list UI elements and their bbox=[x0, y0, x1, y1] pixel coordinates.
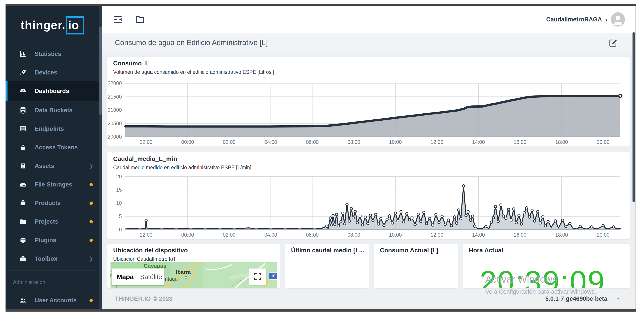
svg-text:22:00: 22:00 bbox=[140, 139, 152, 145]
sidebar-item-label: Assets bbox=[35, 163, 54, 170]
topbar: CaudalimetroRAGA ▾ bbox=[102, 6, 635, 33]
svg-text:5: 5 bbox=[119, 214, 122, 219]
svg-text:20000: 20000 bbox=[108, 134, 122, 140]
map-button-satelite[interactable]: Satélite bbox=[138, 268, 164, 285]
scroll-top-button[interactable]: ↑ bbox=[615, 295, 621, 303]
lock-icon bbox=[19, 144, 27, 151]
edit-pencil-icon bbox=[609, 38, 618, 48]
sidebar-item-user-accounts[interactable]: User Accounts bbox=[6, 291, 99, 309]
widget-title: Caudal_medio_L_min bbox=[113, 155, 177, 162]
widget-consumo-actual: Consumo Actual [L] bbox=[374, 244, 458, 288]
folder-icon bbox=[19, 218, 27, 226]
widget-subtitle: Volumen de agua consumido en el edificio… bbox=[113, 69, 274, 75]
caudal-line-chart[interactable]: 0510152022:0000:0002:0004:0006:0008:0010… bbox=[108, 174, 630, 239]
caret-down-icon: ▾ bbox=[605, 18, 607, 22]
svg-text:12:00: 12:00 bbox=[430, 139, 443, 145]
svg-text:10: 10 bbox=[116, 200, 122, 206]
map-button-mapa[interactable]: Mapa bbox=[112, 268, 138, 285]
consumo-area-chart[interactable]: 200002050021000215002200022:0000:0002:00… bbox=[108, 78, 630, 146]
sidebar-item-label: File Storages bbox=[35, 181, 72, 188]
google-map[interactable]: Cayapas Ibarra ntaqui nd 10 Mapa Satélit… bbox=[110, 262, 277, 288]
footer-copyright: THINGER.IO © 2023 bbox=[115, 296, 172, 302]
sidebar-item-file-storages[interactable]: File Storages bbox=[6, 175, 99, 194]
svg-text:21000: 21000 bbox=[108, 107, 122, 113]
svg-text:06:00: 06:00 bbox=[306, 232, 319, 238]
window-right-edge bbox=[635, 6, 636, 309]
svg-text:22:00: 22:00 bbox=[140, 232, 152, 238]
sidebar-item-statistics[interactable]: Statistics bbox=[6, 45, 99, 63]
svg-text:16:00: 16:00 bbox=[514, 139, 526, 145]
sidebar-toggle-button[interactable] bbox=[113, 14, 124, 25]
sidebar-item-label: Data Buckets bbox=[35, 107, 72, 114]
current-time-value: 20:39:09 bbox=[480, 266, 605, 288]
widget-title: Ubicación del dispositivo bbox=[113, 247, 188, 254]
svg-text:16:00: 16:00 bbox=[514, 232, 526, 238]
sidebar-item-devices[interactable]: Devices bbox=[6, 63, 99, 82]
svg-text:04:00: 04:00 bbox=[264, 139, 277, 145]
avatar[interactable] bbox=[611, 12, 625, 26]
page-title: Consumo de agua en Edificio Administrati… bbox=[102, 38, 268, 47]
dashboard-title-bar: Consumo de agua en Edificio Administrati… bbox=[102, 33, 635, 52]
rocket-icon bbox=[19, 69, 27, 76]
gauge-icon bbox=[19, 87, 27, 95]
users-icon bbox=[19, 296, 27, 304]
svg-text:18:00: 18:00 bbox=[555, 232, 568, 238]
svg-text:02:00: 02:00 bbox=[223, 139, 236, 145]
chevron-right-icon: ❯ bbox=[89, 163, 93, 169]
thinger-logo[interactable]: thinger.io bbox=[6, 16, 99, 34]
box-icon bbox=[19, 199, 27, 207]
svg-text:10:00: 10:00 bbox=[389, 139, 402, 145]
sidebar-item-endpoints[interactable]: Endpoints bbox=[6, 120, 99, 138]
map-road-shield: 10 bbox=[269, 272, 277, 280]
sidebar-scrollbar-thumb[interactable] bbox=[99, 26, 102, 115]
notification-dot bbox=[90, 239, 93, 242]
widget-title: Consumo_L bbox=[113, 60, 149, 67]
sidebar-item-toolbox[interactable]: Toolbox ❯ bbox=[6, 250, 99, 268]
sidebar-item-projects[interactable]: Projects bbox=[6, 212, 99, 231]
svg-text:00:00: 00:00 bbox=[181, 139, 194, 145]
widget-subtitle: Caudal medio medido en edificio administ… bbox=[113, 165, 251, 170]
plugin-icon bbox=[19, 236, 27, 244]
user-menu[interactable]: CaudalimetroRAGA ▾ bbox=[546, 6, 625, 33]
person-icon bbox=[611, 12, 625, 26]
svg-text:18:00: 18:00 bbox=[555, 139, 568, 145]
window-bottom-edge bbox=[6, 309, 636, 312]
edit-dashboard-button[interactable] bbox=[609, 38, 618, 48]
widget-device-location: Ubicación del dispositivo Ubicación Caud… bbox=[107, 244, 280, 288]
map-fullscreen-button[interactable] bbox=[249, 268, 266, 285]
sidebar-item-label: Access Tokens bbox=[35, 144, 78, 151]
sidebar-divider bbox=[6, 270, 99, 270]
map-label-city: Ibarra bbox=[176, 269, 191, 275]
chevron-right-icon: ❯ bbox=[89, 256, 93, 262]
dashboards-folder-button[interactable] bbox=[135, 14, 146, 25]
svg-text:02:00: 02:00 bbox=[223, 232, 236, 238]
sidebar-item-access-tokens[interactable]: Access Tokens bbox=[6, 138, 99, 157]
svg-text:0: 0 bbox=[119, 227, 122, 232]
widget-title: Consumo Actual [L] bbox=[380, 247, 438, 254]
notification-dot bbox=[90, 299, 93, 302]
sidebar-item-data-buckets[interactable]: Data Buckets bbox=[6, 101, 99, 120]
sidebar-item-dashboards[interactable]: Dashboards bbox=[6, 81, 99, 101]
toolbox-icon bbox=[19, 255, 27, 262]
notification-dot bbox=[90, 220, 93, 224]
sidebar-item-label: Projects bbox=[35, 218, 58, 225]
svg-text:06:00: 06:00 bbox=[306, 139, 319, 145]
svg-text:10:00: 10:00 bbox=[389, 232, 402, 238]
map-city-marker bbox=[185, 276, 188, 279]
folder-outline-icon bbox=[135, 14, 146, 24]
widget-title: Último caudal medio [L... bbox=[291, 247, 364, 254]
sidebar-item-plugins[interactable]: Plugins bbox=[6, 231, 99, 250]
svg-text:22000: 22000 bbox=[108, 80, 122, 86]
database-icon bbox=[19, 106, 27, 114]
svg-text:08:00: 08:00 bbox=[348, 139, 360, 145]
svg-text:14:00: 14:00 bbox=[472, 139, 485, 145]
map-label-region: Cayapas bbox=[144, 263, 166, 269]
main-scrollbar-thumb[interactable] bbox=[632, 32, 635, 202]
sidebar-item-products[interactable]: Products bbox=[6, 194, 99, 212]
sidebar-item-assets[interactable]: Assets ❯ bbox=[6, 157, 99, 175]
list-icon bbox=[19, 125, 27, 132]
logo-box: io bbox=[66, 16, 84, 34]
sidebar: thinger.io Statistics Devices Dashboards… bbox=[6, 6, 99, 309]
widget-ultimo-caudal: Último caudal medio [L... bbox=[285, 244, 369, 288]
sidebar-item-label: Toolbox bbox=[35, 256, 58, 262]
